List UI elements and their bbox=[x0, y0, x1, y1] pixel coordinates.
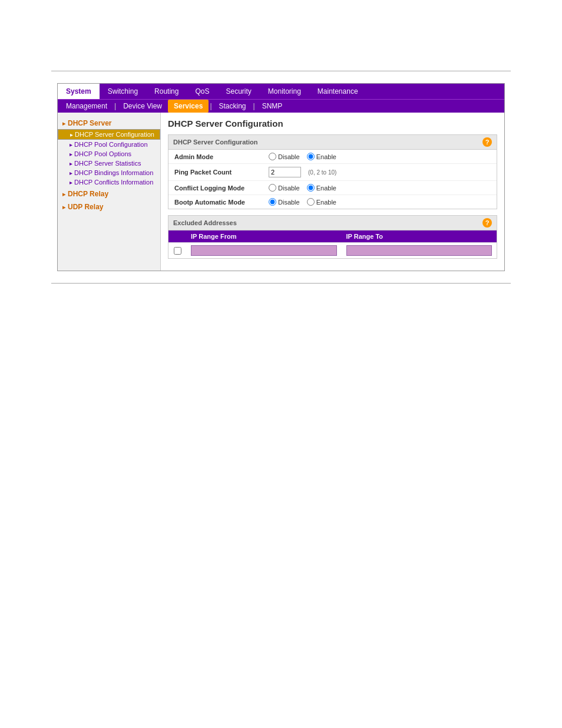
bootp-mode-disable-label: Disable bbox=[278, 199, 300, 206]
ping-packet-controls: (0, 2 to 10) bbox=[269, 167, 336, 177]
bootp-mode-disable-option[interactable]: Disable bbox=[269, 198, 300, 206]
excluded-table-header: IP Range From IP Range To bbox=[168, 230, 497, 242]
bottom-divider bbox=[51, 283, 511, 284]
arrow-icon-6: ▸ bbox=[70, 179, 72, 186]
excluded-row-to-input[interactable] bbox=[346, 245, 492, 256]
excluded-addresses-section: Excluded Addresses ? IP Range From IP Ra… bbox=[168, 215, 497, 259]
admin-mode-radio-group: Disable Enable bbox=[269, 153, 336, 160]
conflict-logging-enable-radio[interactable] bbox=[307, 184, 315, 192]
admin-mode-enable-radio[interactable] bbox=[307, 153, 315, 160]
bootp-mode-enable-radio[interactable] bbox=[307, 198, 315, 206]
arrow-icon-4: ▸ bbox=[70, 160, 72, 167]
excluded-row-to-cell bbox=[342, 243, 497, 258]
content-area: ▸ DHCP Server ▸ DHCP Server Configuratio… bbox=[58, 113, 504, 271]
separator-3: | bbox=[252, 102, 256, 110]
conflict-logging-controls: Disable Enable bbox=[269, 184, 336, 192]
conflict-logging-disable-label: Disable bbox=[278, 185, 300, 192]
conflict-logging-disable-radio[interactable] bbox=[269, 184, 276, 192]
excluded-table-col-to: IP Range To bbox=[342, 230, 497, 242]
admin-mode-controls: Disable Enable bbox=[269, 153, 336, 160]
subnav-stacking[interactable]: Stacking bbox=[213, 100, 252, 113]
main-content: DHCP Server Configuration DHCP Server Co… bbox=[161, 113, 504, 271]
arrow-icon-2: ▸ bbox=[70, 141, 72, 148]
arrow-icon-5: ▸ bbox=[70, 170, 72, 176]
bootp-mode-controls: Disable Enable bbox=[269, 198, 336, 206]
admin-mode-label: Admin Mode bbox=[174, 153, 269, 160]
dhcp-config-header: DHCP Server Configuration ? bbox=[168, 135, 497, 150]
subnav-services[interactable]: Services bbox=[168, 100, 209, 113]
admin-mode-row: Admin Mode Disable Enable bbox=[168, 150, 497, 164]
dhcp-config-help-icon[interactable]: ? bbox=[482, 137, 492, 147]
conflict-logging-label: Conflict Logging Mode bbox=[174, 185, 269, 192]
admin-mode-disable-label: Disable bbox=[278, 153, 300, 160]
admin-mode-disable-radio[interactable] bbox=[269, 153, 276, 160]
page-wrapper: System Switching Routing QoS Security Mo… bbox=[0, 0, 562, 728]
nav-system[interactable]: System bbox=[58, 84, 100, 99]
subnav-device-view[interactable]: Device View bbox=[117, 100, 168, 113]
sidebar-dhcp-pool-options[interactable]: ▸ DHCP Pool Options bbox=[58, 149, 160, 159]
nav-routing[interactable]: Routing bbox=[146, 84, 187, 99]
bootp-mode-disable-radio[interactable] bbox=[269, 198, 276, 206]
sub-nav: Management | Device View Services | Stac… bbox=[58, 99, 504, 113]
arrow-icon: ▸ bbox=[70, 131, 73, 138]
ping-packet-input[interactable] bbox=[269, 167, 301, 177]
excluded-row-checkbox[interactable] bbox=[174, 247, 181, 255]
sidebar-dhcp-relay-title[interactable]: ▸ DHCP Relay bbox=[58, 188, 160, 200]
bootp-mode-label: Bootp Automatic Mode bbox=[174, 199, 269, 206]
main-container: System Switching Routing QoS Security Mo… bbox=[57, 83, 505, 271]
sidebar-dhcp-bindings[interactable]: ▸ DHCP Bindings Information bbox=[58, 168, 160, 177]
admin-mode-enable-label: Enable bbox=[316, 153, 336, 160]
ping-packet-hint: (0, 2 to 10) bbox=[308, 169, 336, 176]
bootp-mode-enable-label: Enable bbox=[316, 199, 336, 206]
excluded-row-checkbox-cell bbox=[168, 245, 186, 257]
page-title: DHCP Server Configuration bbox=[168, 118, 497, 129]
sidebar-dhcp-pool-config[interactable]: ▸ DHCP Pool Configuration bbox=[58, 140, 160, 149]
excluded-addresses-header-label: Excluded Addresses bbox=[173, 219, 237, 226]
nav-qos[interactable]: QoS bbox=[187, 84, 217, 99]
sidebar-udp-relay-title[interactable]: ▸ UDP Relay bbox=[58, 201, 160, 213]
sidebar-section-dhcp-server: ▸ DHCP Server ▸ DHCP Server Configuratio… bbox=[58, 117, 160, 187]
sidebar-dhcp-conflicts[interactable]: ▸ DHCP Conflicts Information bbox=[58, 177, 160, 187]
top-divider bbox=[51, 71, 511, 71]
admin-mode-disable-option[interactable]: Disable bbox=[269, 153, 300, 160]
bootp-mode-radio-group: Disable Enable bbox=[269, 198, 336, 206]
ping-packet-label: Ping Packet Count bbox=[174, 169, 269, 176]
sidebar-section-udp-relay: ▸ UDP Relay bbox=[58, 201, 160, 213]
conflict-logging-enable-label: Enable bbox=[316, 185, 336, 192]
bullet-icon-2: ▸ bbox=[62, 191, 65, 197]
separator-1: | bbox=[113, 102, 117, 110]
subnav-snmp[interactable]: SNMP bbox=[256, 100, 289, 113]
bullet-icon-3: ▸ bbox=[62, 204, 65, 210]
ping-packet-row: Ping Packet Count (0, 2 to 10) bbox=[168, 164, 497, 181]
admin-mode-enable-option[interactable]: Enable bbox=[307, 153, 336, 160]
conflict-logging-enable-option[interactable]: Enable bbox=[307, 184, 336, 192]
bullet-icon: ▸ bbox=[62, 120, 65, 127]
nav-monitoring[interactable]: Monitoring bbox=[260, 84, 309, 99]
separator-2: | bbox=[209, 102, 213, 110]
dhcp-config-header-label: DHCP Server Configuration bbox=[173, 139, 257, 146]
excluded-row-from-input[interactable] bbox=[191, 245, 337, 256]
excluded-addresses-help-icon[interactable]: ? bbox=[482, 218, 492, 228]
nav-security[interactable]: Security bbox=[217, 84, 259, 99]
nav-switching[interactable]: Switching bbox=[100, 84, 146, 99]
conflict-logging-row: Conflict Logging Mode Disable Enable bbox=[168, 181, 497, 195]
sidebar: ▸ DHCP Server ▸ DHCP Server Configuratio… bbox=[58, 113, 161, 271]
excluded-table-col-checkbox bbox=[168, 230, 186, 242]
conflict-logging-disable-option[interactable]: Disable bbox=[269, 184, 300, 192]
sidebar-dhcp-server-title[interactable]: ▸ DHCP Server bbox=[58, 117, 160, 129]
subnav-management[interactable]: Management bbox=[60, 100, 113, 113]
bootp-mode-row: Bootp Automatic Mode Disable Enable bbox=[168, 195, 497, 209]
sidebar-dhcp-server-config[interactable]: ▸ DHCP Server Configuration bbox=[58, 129, 160, 140]
sidebar-section-dhcp-relay: ▸ DHCP Relay bbox=[58, 188, 160, 200]
bootp-mode-enable-option[interactable]: Enable bbox=[307, 198, 336, 206]
top-nav: System Switching Routing QoS Security Mo… bbox=[58, 84, 504, 99]
arrow-icon-3: ▸ bbox=[70, 151, 72, 157]
nav-maintenance[interactable]: Maintenance bbox=[309, 84, 366, 99]
conflict-logging-radio-group: Disable Enable bbox=[269, 184, 336, 192]
dhcp-config-section: DHCP Server Configuration ? Admin Mode D… bbox=[168, 134, 497, 209]
excluded-table-col-from: IP Range From bbox=[186, 230, 342, 242]
sidebar-dhcp-server-stats[interactable]: ▸ DHCP Server Statistics bbox=[58, 159, 160, 168]
excluded-row-from-cell bbox=[186, 243, 342, 258]
excluded-addresses-header: Excluded Addresses ? bbox=[168, 216, 497, 230]
excluded-table-row bbox=[168, 242, 497, 258]
